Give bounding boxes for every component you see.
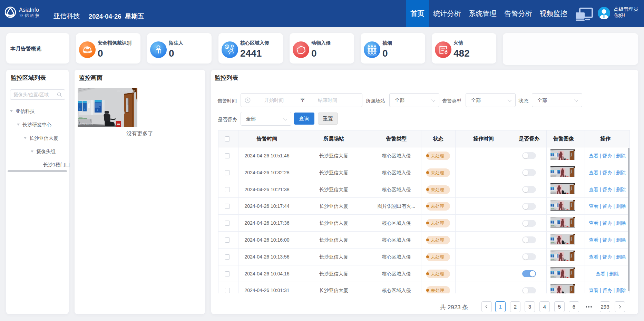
svg-text:IP PTZ Camera: IP PTZ Camera xyxy=(79,123,93,125)
svg-text:2024-04-26 15:28:55: 2024-04-26 15:28:55 xyxy=(117,90,135,92)
